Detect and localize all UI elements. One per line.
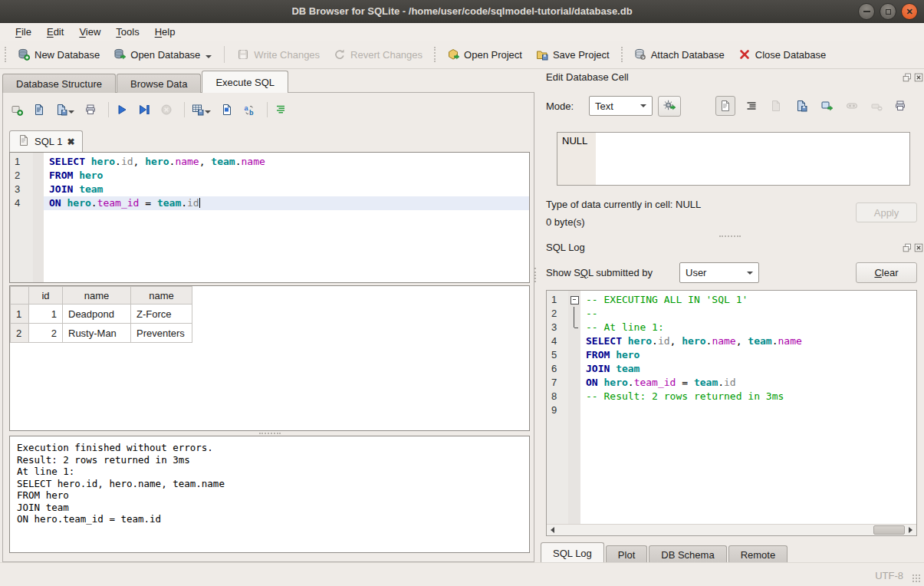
window-controls: ✕ [858, 3, 918, 20]
save-results-icon[interactable] [192, 104, 211, 116]
cell-editor[interactable]: NULL [557, 132, 910, 186]
set-null-icon[interactable] [866, 96, 886, 116]
message-line: ON hero.team_id = team.id [17, 513, 522, 525]
table-row[interactable]: 1 1 Deadpond Z-Force [11, 305, 192, 324]
write-changes-button[interactable]: Write Changes [230, 44, 327, 64]
link-icon[interactable] [842, 96, 862, 116]
new-tab-icon[interactable] [11, 104, 23, 116]
toolbar-handle[interactable] [434, 47, 436, 62]
sql-log-view[interactable]: 1 -- EXECUTING ALL IN 'SQL 1' 2 -- 3 -- … [546, 290, 917, 536]
scroll-right-icon[interactable] [905, 525, 916, 535]
apply-export-icon[interactable] [817, 96, 837, 116]
results-message-splitter[interactable] [259, 433, 281, 434]
panel-float-icon[interactable] [903, 243, 912, 252]
mode-select[interactable]: Text [589, 96, 653, 116]
sql-source-select[interactable]: User [679, 262, 759, 283]
attach-database-button[interactable]: Attach Database [627, 44, 732, 64]
close-database-button[interactable]: Close Database [732, 44, 834, 64]
panel-close-icon[interactable] [914, 243, 923, 252]
scrollbar-thumb[interactable] [873, 525, 905, 535]
log-horizontal-scrollbar[interactable] [547, 524, 916, 535]
cell[interactable]: Preventers [131, 324, 192, 343]
tab-database-structure[interactable]: Database Structure [2, 74, 116, 93]
code-line: 1 SELECT hero.id, hero.name, team.name [10, 155, 529, 169]
panel-splitter[interactable] [534, 268, 536, 282]
cell[interactable]: 2 [29, 324, 63, 343]
menu-edit[interactable]: Edit [39, 25, 71, 39]
main-toolbar: New DatabaseOpen DatabaseWrite ChangesRe… [0, 41, 924, 69]
line-number: 1 [547, 293, 568, 307]
word-wrap-icon[interactable] [742, 96, 761, 116]
save-file-icon[interactable] [791, 96, 811, 116]
cell[interactable]: Deadpond [63, 305, 131, 324]
code-line: 3 JOIN team [10, 183, 529, 196]
resize-grip[interactable] [912, 574, 921, 583]
stop-icon[interactable] [160, 104, 173, 116]
dock-tab-db-schema[interactable]: DB Schema [649, 545, 726, 563]
clear-log-button[interactable]: Clear [856, 262, 917, 283]
open-database-button[interactable]: Open Database [107, 44, 219, 64]
save-project-button[interactable]: Save Project [529, 44, 617, 64]
toolbar-handle[interactable] [621, 47, 623, 62]
scroll-left-icon[interactable] [547, 525, 558, 535]
revert-changes-button[interactable]: Revert Changes [327, 44, 429, 64]
table-row[interactable]: 2 2 Rusty-Man Preventers [11, 324, 192, 343]
format-sql-icon[interactable] [275, 104, 287, 116]
apply-button[interactable]: Apply [856, 202, 917, 222]
tab-execute-sql[interactable]: Execute SQL [202, 71, 288, 93]
find-icon[interactable] [221, 104, 233, 116]
row-header[interactable]: 1 [11, 305, 29, 324]
execute-all-icon[interactable] [116, 104, 128, 116]
menu-file[interactable]: File [8, 25, 39, 39]
fold-marker-icon [568, 321, 580, 334]
open-project-button[interactable]: Open Project [440, 44, 529, 64]
minimize-button[interactable] [858, 3, 875, 20]
toolbar-handle[interactable] [5, 47, 6, 62]
query-results-table[interactable]: idnamename 1 1 Deadpond Z-Force 2 2 Rust… [9, 285, 530, 431]
auto-switch-mode-button[interactable] [658, 96, 681, 117]
cell[interactable]: 1 [29, 305, 63, 324]
dock-tab-plot[interactable]: Plot [606, 545, 647, 563]
dock-tab-remote[interactable]: Remote [728, 545, 788, 563]
sql-log-panel-title: SQL Log [546, 242, 585, 253]
open-sql-file-icon[interactable] [33, 104, 45, 116]
execute-current-line-icon[interactable] [138, 104, 150, 116]
fold-marker-icon [568, 307, 580, 321]
dock-tab-sql-log[interactable]: SQL Log [541, 542, 604, 563]
tab-browse-data[interactable]: Browse Data [117, 74, 201, 93]
import-from-file-icon[interactable] [766, 96, 786, 116]
menu-help[interactable]: Help [147, 25, 183, 39]
text-mode-icon[interactable] [715, 96, 735, 116]
cell[interactable]: Z-Force [131, 305, 192, 324]
panel-float-icon[interactable] [903, 73, 912, 82]
print-cell-icon[interactable] [890, 96, 910, 116]
column-header[interactable]: name [63, 287, 131, 305]
cell[interactable]: Rusty-Man [63, 324, 131, 343]
message-line: Result: 2 rows returned in 3ms [17, 454, 522, 466]
menu-tools[interactable]: Tools [108, 25, 146, 39]
maximize-button[interactable] [880, 3, 896, 20]
tab-sql-1[interactable]: SQL 1 ✖ [9, 130, 83, 152]
sql-editor[interactable]: 1 SELECT hero.id, hero.name, team.name 2… [9, 152, 530, 283]
toolbar-button-label: Write Changes [254, 49, 320, 61]
toolbar-separator [108, 102, 109, 117]
column-header[interactable]: id [29, 287, 63, 305]
status-bar: UTF-8 [0, 562, 924, 586]
cell-log-splitter[interactable] [719, 235, 741, 237]
panel-close-icon[interactable] [914, 73, 923, 82]
menu-view[interactable]: View [71, 25, 108, 39]
close-button[interactable]: ✕ [901, 3, 918, 20]
fold-margin [568, 362, 580, 376]
save-sql-file-icon[interactable] [55, 104, 74, 116]
close-tab-icon[interactable]: ✖ [67, 137, 74, 147]
line-number: 9 [547, 403, 568, 417]
print-icon[interactable] [84, 104, 97, 116]
fold-margin [568, 390, 580, 403]
row-header[interactable]: 2 [11, 324, 29, 343]
column-header[interactable]: name [131, 287, 192, 305]
chevron-down-icon[interactable] [206, 55, 212, 58]
fold-marker-icon[interactable] [568, 293, 580, 307]
find-replace-icon[interactable]: ab [243, 104, 255, 116]
new-database-button[interactable]: New Database [11, 44, 107, 64]
mode-select-value: Text [595, 100, 613, 112]
